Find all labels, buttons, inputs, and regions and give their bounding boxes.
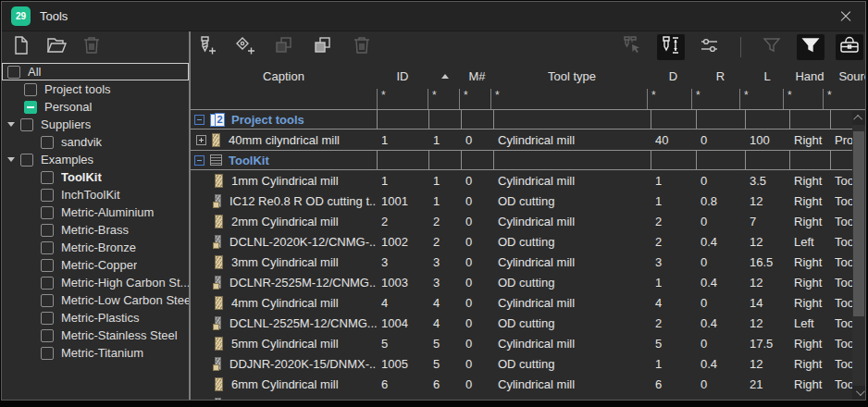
paste-tool-button[interactable] <box>309 34 337 60</box>
column-header-label: Caption <box>263 69 304 83</box>
filter-cell-m[interactable]: * <box>459 89 490 109</box>
checkbox-icon[interactable] <box>41 241 54 254</box>
new-library-button[interactable] <box>7 34 35 60</box>
column-header-l[interactable]: L <box>745 63 789 89</box>
column-header-no[interactable] <box>428 63 461 89</box>
checkbox-icon[interactable] <box>41 189 54 202</box>
sidebar-item-personal[interactable]: Personal <box>2 98 189 116</box>
column-header-id[interactable]: ID <box>377 63 428 89</box>
view-options-button[interactable] <box>696 34 724 60</box>
filter-cell-d[interactable]: * <box>647 89 691 109</box>
tool-row[interactable]: 5mm Cylindrical mill550Cylindrical mill5… <box>191 333 865 353</box>
tool-row[interactable]: 3mm Cylindrical mill330Cylindrical mill3… <box>191 252 865 272</box>
sidebar-item-metric-bronze[interactable]: Metric-Bronze <box>2 239 189 256</box>
chevron-down-icon[interactable] <box>7 122 15 127</box>
sidebar-item-sandvik[interactable]: sandvik <box>2 133 189 151</box>
scroll-down-button[interactable] <box>852 386 865 400</box>
add-turning-tool-button[interactable] <box>231 34 259 60</box>
column-header-tool_type[interactable]: Tool type <box>493 63 651 89</box>
checkbox-icon[interactable] <box>41 206 54 219</box>
group-row[interactable]: Project tools <box>191 109 865 130</box>
filter-cell-r[interactable]: * <box>691 89 739 109</box>
tool-row[interactable]: 2mm Cylindrical mill220Cylindrical mill2… <box>191 211 865 231</box>
checkbox-icon[interactable] <box>41 224 54 237</box>
tool-store-button[interactable] <box>836 34 863 60</box>
collapse-icon[interactable] <box>194 115 205 125</box>
filter-cell-caption[interactable] <box>191 89 377 109</box>
sidebar-item-suppliers[interactable]: Suppliers <box>2 116 189 133</box>
checkbox-icon[interactable] <box>41 136 54 149</box>
column-header-caption[interactable]: Caption <box>191 63 377 89</box>
sidebar-item-metric-high-carbon-st-[interactable]: Metric-High Carbon St... <box>2 274 189 291</box>
checkbox-icon[interactable] <box>41 259 54 272</box>
add-milling-tool-button[interactable] <box>192 34 220 60</box>
checkbox-icon[interactable] <box>41 277 54 290</box>
sidebar-item-metric-aluminium[interactable]: Metric-Aluminium <box>2 204 189 221</box>
tool-row[interactable]: 40mm cilyndrical mill110Cylindrical mill… <box>191 130 865 150</box>
sidebar-item-examples[interactable]: Examples <box>2 151 189 168</box>
sidebar-item-label: Metric-High Carbon St... <box>61 276 189 290</box>
checkbox-icon[interactable] <box>20 118 33 131</box>
sidebar-item-metric-plastics[interactable]: Metric-Plastics <box>2 309 189 327</box>
tool-row[interactable]: DDJNL-2020K-15/DNMX-...100660OD cutting2… <box>191 394 865 400</box>
tool-row[interactable]: 1mm Cylindrical mill110Cylindrical mill1… <box>191 170 865 191</box>
filter-cell-l[interactable]: * <box>739 89 783 109</box>
sidebar-item-metric-copper[interactable]: Metric-Copper <box>2 256 189 274</box>
cell-no: 3 <box>428 272 461 292</box>
sliders-icon <box>699 34 721 59</box>
tool-row[interactable]: DCLNL-2525M-12/CNMG...100440OD cutting20… <box>191 313 865 333</box>
filter-cell-id[interactable]: * <box>377 89 428 109</box>
sidebar-item-metric-low-carbon-steel[interactable]: Metric-Low Carbon Steel <box>2 291 189 309</box>
cell-r: 0 <box>696 374 745 394</box>
sidebar-item-label: Examples <box>41 153 93 166</box>
sidebar-item-project-tools[interactable]: Project tools <box>2 80 189 98</box>
checkbox-icon[interactable] <box>41 171 54 184</box>
checkbox-icon[interactable] <box>7 66 20 79</box>
checkbox-icon[interactable] <box>41 329 54 342</box>
checkbox-icon[interactable] <box>20 154 33 166</box>
scrollbar-thumb[interactable] <box>853 131 864 316</box>
close-button[interactable] <box>832 6 858 28</box>
checkbox-icon[interactable] <box>41 312 54 325</box>
filter-cell-source[interactable]: * <box>823 89 865 109</box>
tool-row[interactable]: 4mm Cylindrical mill440Cylindrical mill4… <box>191 292 865 313</box>
add-turn-icon <box>234 34 256 59</box>
checkbox-partial-icon[interactable] <box>24 101 37 114</box>
filter-cell-no[interactable]: * <box>428 89 459 109</box>
cell-tool_type: Cylindrical mill <box>493 374 651 394</box>
checkbox-icon[interactable] <box>24 83 37 96</box>
sidebar-item-metric-stainless-steel[interactable]: Metric-Stainless Steel <box>2 327 189 344</box>
column-header-m[interactable]: M# <box>461 63 493 89</box>
sidebar-item-toolkit[interactable]: ToolKit <box>2 168 189 186</box>
sidebar-item-metric-titanium[interactable]: Metric-Titanium <box>2 344 189 362</box>
sidebar-item-inchtoolkit[interactable]: InchToolKit <box>2 186 189 204</box>
group-cell-d <box>651 110 696 129</box>
mill-tool-icon <box>215 377 223 391</box>
tool-dimensions-button[interactable] <box>657 34 685 60</box>
open-library-button[interactable] <box>43 34 70 60</box>
checkbox-icon[interactable] <box>41 294 54 307</box>
cell-m: 0 <box>461 130 493 150</box>
tool-row[interactable]: DDJNR-2020K-15/DNMX-...100550OD cutting1… <box>191 353 865 374</box>
scroll-up-button[interactable] <box>852 111 865 125</box>
group-row[interactable]: ToolKit <box>191 150 865 170</box>
sidebar-item-all[interactable]: All <box>2 63 189 80</box>
expand-icon[interactable] <box>196 135 206 145</box>
tool-row[interactable]: IC12 Re0.8 R OD cutting t...100110OD cut… <box>191 191 865 211</box>
chevron-down-icon[interactable] <box>7 157 15 162</box>
checkbox-icon[interactable] <box>41 347 54 360</box>
tool-row[interactable]: DCLNR-2525M-12/CNMG...100330OD cutting10… <box>191 272 865 292</box>
tool-row[interactable]: 6mm Cylindrical mill660Cylindrical mill6… <box>191 374 865 394</box>
collapse-icon[interactable] <box>194 155 205 166</box>
column-header-hand[interactable]: Hand <box>789 63 830 89</box>
filter-button[interactable] <box>797 34 825 60</box>
sidebar-item-metric-brass[interactable]: Metric-Brass <box>2 221 189 239</box>
cell-caption: DCLNL-2020K-12/CNMG-... <box>191 231 377 252</box>
column-header-r[interactable]: R <box>696 63 745 89</box>
filter-cell-tool_type[interactable]: * <box>490 89 647 109</box>
column-header-source[interactable]: Source <box>830 63 865 89</box>
filter-cell-hand[interactable]: * <box>783 89 823 109</box>
tool-row[interactable]: DCLNL-2020K-12/CNMG-...100220OD cutting2… <box>191 231 865 252</box>
column-header-d[interactable]: D <box>651 63 696 89</box>
vertical-scrollbar[interactable] <box>852 111 865 400</box>
